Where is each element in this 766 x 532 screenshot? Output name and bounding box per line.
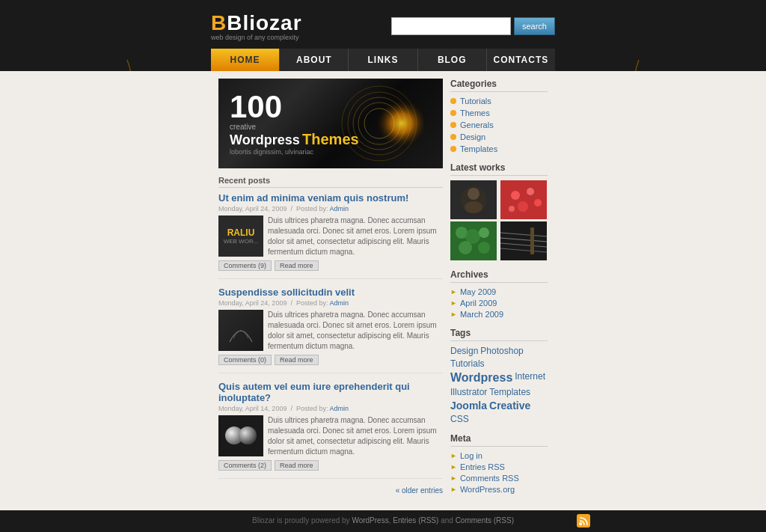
archive-may-link[interactable]: May 2009 [460,287,496,296]
tags-cloud: Design Photoshop Tutorials Wordpress Int… [450,346,548,424]
tag-tutorials[interactable]: Tutorials [450,358,485,369]
post-3-text: Duis ultrices pharetra magna. Donec accu… [268,415,443,457]
footer: Bliozar is proudly powered by WordPress,… [0,510,766,531]
nav-about[interactable]: ABOUT [280,49,349,71]
cat-themes[interactable]: Themes [450,108,548,117]
cat-design-link[interactable]: Design [460,132,485,141]
tags-section: Tags Design Photoshop Tutorials Wordpres… [450,328,548,424]
logo: BBliozar web design of any complexity [211,11,302,41]
post-2-meta: Monday, April 24, 2009 / Posted by: Admi… [218,299,443,307]
tag-creative[interactable]: Creative [489,400,530,412]
archive-may: ► May 2009 [450,287,548,296]
older-entries-link[interactable]: « older entries [396,486,443,495]
archive-march-link[interactable]: March 2009 [460,310,503,319]
tag-design[interactable]: Design [450,346,478,356]
post-1-meta: Monday, April 24, 2009 / Posted by: Admi… [218,205,443,213]
svg-rect-40 [530,227,534,254]
post-2-readmore[interactable]: Read more [275,355,319,365]
post-2-comments[interactable]: Comments (0) [218,355,272,365]
cat-tutorials-link[interactable]: Tutorials [460,97,491,106]
post-item: Quis autem vel eum iure eprehenderit qui… [218,381,443,479]
meta-entries: ► Entries RSS [450,462,548,471]
cat-tutorials[interactable]: Tutorials [450,97,548,106]
header: BBliozar web design of any complexity se… [0,0,766,49]
cat-dot [450,122,456,128]
latest-works-title: Latest works [450,162,548,176]
content-area: 100 creative Wordpress Themes lobortis d… [218,79,443,503]
post-2-title[interactable]: Suspendisse sollicitudin velit [218,287,443,298]
cat-generals[interactable]: Generals [450,120,548,129]
tags-title: Tags [450,328,548,341]
svg-point-42 [579,522,582,525]
logo-letter: B [211,11,227,34]
archive-arrow: ► [450,311,457,318]
footer-comments-link[interactable]: Comments (RSS) [456,516,514,525]
svg-point-22 [465,201,482,213]
post-3-author[interactable]: Admin [329,405,349,412]
work-thumb-4[interactable] [500,221,547,260]
meta-entries-link[interactable]: Entries RSS [460,462,505,471]
tag-internet[interactable]: Internet [515,371,545,385]
post-1-comments[interactable]: Comments (9) [218,260,272,271]
post-3-readmore[interactable]: Read more [275,460,319,471]
search-area: search [391,17,555,35]
cat-templates-link[interactable]: Templates [460,144,497,153]
footer-text: Bliozar is proudly powered by [252,516,350,525]
cat-generals-link[interactable]: Generals [460,120,494,129]
post-item: Ut enim ad minima veniam quis nostrum! M… [218,192,443,279]
tag-photoshop[interactable]: Photoshop [480,346,523,356]
search-button[interactable]: search [514,17,555,35]
recent-posts-title: Recent posts [218,176,443,188]
meta-wordpress-link[interactable]: WordPress.org [460,485,515,494]
cat-dot [450,110,456,116]
cat-dot [450,98,456,104]
svg-point-28 [509,206,515,212]
svg-point-18 [239,426,257,444]
cat-templates[interactable]: Templates [450,144,548,153]
post-3-title[interactable]: Quis autem vel eum iure eprehenderit qui… [218,381,443,403]
cat-dot [450,146,456,152]
work-thumb-1[interactable] [450,180,497,219]
meta-login-link[interactable]: Log in [460,451,482,460]
svg-point-25 [527,188,534,195]
cat-themes-link[interactable]: Themes [460,108,490,117]
post-1-author[interactable]: Admin [329,205,349,213]
archive-april: ► April 2009 [450,299,548,308]
site-title[interactable]: BBliozar [211,11,302,35]
archive-arrow: ► [450,299,457,307]
work-thumb-2[interactable] [500,180,547,219]
meta-arrow: ► [450,452,457,459]
svg-rect-41 [577,514,590,528]
meta-comments-link[interactable]: Comments RSS [460,474,519,483]
cat-design[interactable]: Design [450,132,548,141]
post-1-text: Duis ultrices pharetra magna. Donec accu… [268,215,443,257]
post-1-title[interactable]: Ut enim ad minima veniam quis nostrum! [218,192,443,204]
categories-section: Categories Tutorials Themes Generals Des… [450,79,548,153]
svg-point-26 [518,201,528,212]
tag-css[interactable]: CSS [450,414,469,424]
post-2-author[interactable]: Admin [329,299,349,307]
post-1-readmore[interactable]: Read more [275,260,319,271]
nav-contacts[interactable]: CONTACTS [487,49,555,71]
rss-icon[interactable] [577,514,590,529]
tag-joomla[interactable]: Joomla [450,400,487,412]
post-3-comments[interactable]: Comments (2) [218,460,272,471]
tag-wordpress[interactable]: Wordpress [450,371,512,385]
svg-point-34 [478,242,490,254]
svg-point-21 [468,188,479,200]
nav-home[interactable]: HOME [211,49,280,71]
tag-templates[interactable]: Templates [489,387,530,397]
search-input[interactable] [391,17,511,35]
footer-wordpress-link[interactable]: WordPress [352,516,388,525]
archive-april-link[interactable]: April 2009 [460,299,497,308]
cat-dot [450,134,456,140]
svg-point-32 [479,227,489,238]
footer-entries-link[interactable]: Entries (RSS) [393,516,438,525]
tag-illustrator[interactable]: Illustrator [450,387,487,397]
work-thumb-3[interactable] [450,221,497,260]
nav-blog[interactable]: BLOG [418,49,487,71]
meta-arrow: ► [450,474,457,482]
nav-links[interactable]: LINKS [349,49,417,71]
main-wrapper: 100 creative Wordpress Themes lobortis d… [211,71,555,510]
sidebar: Categories Tutorials Themes Generals Des… [450,79,548,503]
